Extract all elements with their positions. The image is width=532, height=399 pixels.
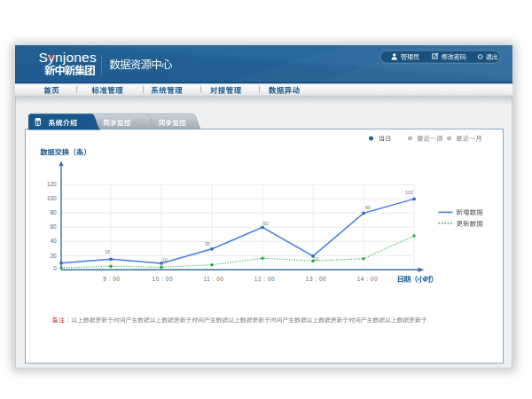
svg-text:60: 60 bbox=[50, 223, 57, 230]
svg-text:18: 18 bbox=[105, 249, 110, 254]
svg-text:60: 60 bbox=[262, 221, 268, 226]
svg-text:120: 120 bbox=[47, 181, 57, 187]
svg-text:0: 0 bbox=[53, 265, 57, 271]
svg-text:Synjones: Synjones bbox=[39, 50, 97, 65]
svg-text:12 : 00: 12 : 00 bbox=[254, 276, 275, 282]
svg-text:20: 20 bbox=[50, 253, 57, 259]
svg-text:100: 100 bbox=[47, 195, 57, 201]
svg-text:11 : 00: 11 : 00 bbox=[204, 276, 224, 282]
svg-text:10 : 00: 10 : 00 bbox=[153, 276, 173, 282]
svg-text:80: 80 bbox=[50, 209, 57, 215]
svg-text:35: 35 bbox=[205, 241, 210, 246]
svg-text:14 : 00: 14 : 00 bbox=[357, 276, 378, 282]
svg-text:10: 10 bbox=[162, 257, 168, 262]
svg-text:40: 40 bbox=[50, 238, 57, 244]
svg-text:80: 80 bbox=[365, 205, 371, 210]
svg-text:9 : 00: 9 : 00 bbox=[103, 276, 120, 282]
svg-text:10: 10 bbox=[313, 256, 318, 262]
svg-text:13 : 00: 13 : 00 bbox=[306, 276, 326, 282]
svg-text:100: 100 bbox=[405, 190, 413, 195]
